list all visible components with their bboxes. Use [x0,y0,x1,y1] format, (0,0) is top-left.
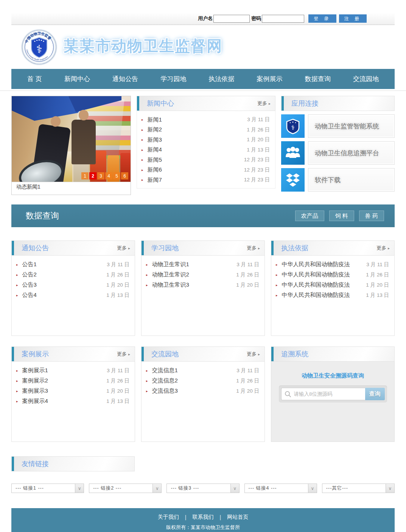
panel-row-2: 案例展示 更多▸ ▸案例展示13 月 11 日 ▸案例展示21 月 26 日 ▸… [11,346,395,442]
nav-item-data-query[interactable]: 数据查询 [305,75,331,83]
news-center-header: 新闻中心 更多▸ [137,96,275,111]
bullet-arrow-icon: ▸ [142,118,143,122]
friend-link-select-4[interactable]: --- 链接4 --- ∨ [244,484,317,493]
footer-home-link[interactable]: 网站首页 [227,514,248,521]
exchange-item[interactable]: ▸交流信息31 月 20 日 [142,386,264,396]
carousel-page-button[interactable]: 1 [81,172,89,179]
bullet-arrow-icon: ▸ [146,283,148,287]
nav-item-law[interactable]: 执法依据 [208,75,234,83]
law-more-link[interactable]: 更多▸ [376,245,390,251]
data-query-band: 数据查询 农产品 饲 料 兽 药 [11,204,395,227]
news-carousel[interactable]: 1 2 3 4 5 6 动态新闻1 [11,96,131,195]
login-button[interactable]: 登 录 [308,14,336,23]
study-panel: 学习园地 更多▸ ▸动物卫生常识13 月 11 日 ▸动物卫生常识21 月 26… [141,240,265,336]
case-item[interactable]: ▸案例展示31 月 20 日 [12,386,135,396]
news-item[interactable]: ▸新闻41 月 13 日 [137,145,275,155]
news-more-link[interactable]: 更多▸ [257,100,271,107]
friend-link-select-3[interactable]: --- 链接3 --- ∨ [166,484,239,493]
bullet-arrow-icon: ▸ [142,168,143,172]
news-item[interactable]: ▸新闻31 月 20 日 [137,135,275,145]
bullet-arrow-icon: ▸ [146,379,148,383]
trace-panel: 追溯系统 动物卫生安全溯源码查询 查询 [271,346,395,442]
feed-button[interactable]: 饲 料 [329,211,354,221]
trace-search-button[interactable]: 查询 [365,388,385,400]
trace-code-input[interactable] [294,391,362,397]
notice-item[interactable]: ▸公告13 月 11 日 [12,259,135,270]
register-button[interactable]: 注 册 [339,14,367,23]
news-item[interactable]: ▸新闻13 月 11 日 [137,115,275,125]
exchange-item[interactable]: ▸交流信息21 月 26 日 [142,376,264,386]
nav-item-news[interactable]: 新闻中心 [64,75,90,83]
download-box-icon [281,168,305,192]
friend-link-select-1[interactable]: --- 链接1 --- ∨ [11,484,84,493]
notice-item[interactable]: ▸公告41 月 13 日 [12,290,135,300]
case-item[interactable]: ▸案例展示13 月 11 日 [12,365,135,376]
law-item[interactable]: ▸中华人民共和国动物防疫法1 月 13 日 [271,290,394,300]
nav-item-exchange[interactable]: 交流园地 [353,75,379,83]
news-item[interactable]: ▸新闻21 月 26 日 [137,125,275,135]
law-item[interactable]: ▸中华人民共和国动物防疫法3 月 11 日 [271,259,394,270]
bullet-arrow-icon: ▸ [16,263,18,267]
news-item[interactable]: ▸新闻612 月 23 日 [137,165,275,175]
nav-item-home[interactable]: 首 页 [27,75,42,83]
app-link-label-box[interactable]: 动物卫生监管智能系统 [308,114,395,138]
nav-item-cases[interactable]: 案例展示 [257,75,283,83]
footer-contact-link[interactable]: 联系我们 [193,514,214,521]
app-links-header: 应用连接 [281,96,395,111]
notice-more-link[interactable]: 更多▸ [117,245,130,251]
username-input[interactable] [213,15,250,23]
friend-link-select-other[interactable]: ---其它--- ∨ [322,484,395,493]
news-list: ▸新闻13 月 11 日 ▸新闻21 月 26 日 ▸新闻31 月 20 日 ▸… [137,111,275,189]
site-header: 中国动物卫生监督 China Animal Health Inspection … [11,25,395,69]
notice-item[interactable]: ▸公告31 月 20 日 [12,280,135,290]
law-item[interactable]: ▸中华人民共和国动物防疫法1 月 20 日 [271,280,394,290]
news-item[interactable]: ▸新闻712 月 23 日 [137,175,275,185]
carousel-page-button[interactable]: 5 [113,172,120,179]
exchange-more-link[interactable]: 更多▸ [247,351,260,357]
carousel-page-button[interactable]: 4 [105,172,112,179]
nav-item-notice[interactable]: 通知公告 [112,75,138,83]
trace-title: 追溯系统 [281,349,308,359]
nav-item-study[interactable]: 学习园地 [160,75,186,83]
carousel-caption[interactable]: 动态新闻1 [12,182,131,191]
law-item[interactable]: ▸中华人民共和国动物防疫法1 月 26 日 [271,270,394,280]
carousel-page-button[interactable]: 3 [97,172,104,179]
study-item[interactable]: ▸动物卫生常识21 月 26 日 [142,270,264,280]
chevron-down-icon: ∨ [152,484,161,493]
copyright-text: 版权所有：某某市动物卫生监督所 [166,524,240,531]
notice-item[interactable]: ▸公告21 月 26 日 [12,270,135,280]
password-input[interactable] [262,15,304,23]
footer-about-link[interactable]: 关于我们 [158,514,179,521]
exchange-item[interactable]: ▸交流信息13 月 11 日 [142,365,264,376]
carousel-page-button-active[interactable]: 2 [89,172,96,179]
trace-heading-link[interactable]: 动物卫生安全溯源码查询 [271,362,394,379]
app-link-label-box[interactable]: 动物卫生信息追溯平台 [308,141,395,165]
app-link-smart-system[interactable]: ⚕ 动物卫生监管智能系统 [281,114,395,138]
trace-search-field[interactable] [281,388,365,400]
friend-links-header: 友情链接 [11,456,135,471]
svg-text:⚕: ⚕ [291,124,294,131]
more-arrow-icon: ▸ [128,352,130,356]
chevron-down-icon: ∨ [230,484,239,493]
notice-title: 通知公告 [22,243,49,253]
shield-badge-icon: ⚕ [281,114,305,138]
cases-more-link[interactable]: 更多▸ [117,351,130,357]
data-query-title: 数据查询 [26,210,290,222]
case-item[interactable]: ▸案例展示41 月 13 日 [12,396,135,406]
bullet-arrow-icon: ▸ [142,128,143,132]
veterinary-drug-button[interactable]: 兽 药 [359,211,384,221]
news-item[interactable]: ▸新闻512 月 23 日 [137,155,275,165]
friend-link-select-2[interactable]: --- 链接2 --- ∨ [89,484,162,493]
carousel-page-button[interactable]: 6 [121,172,128,179]
case-item[interactable]: ▸案例展示21 月 26 日 [12,376,135,386]
photo-person-shape [72,120,96,164]
study-item[interactable]: ▸动物卫生常识13 月 11 日 [142,259,264,270]
carousel-pagination: 1 2 3 4 5 6 [81,172,128,179]
study-item[interactable]: ▸动物卫生常识31 月 20 日 [142,280,264,290]
study-more-link[interactable]: 更多▸ [247,245,260,251]
app-link-label-box[interactable]: 软件下载 [308,168,395,192]
carousel-photo[interactable]: 1 2 3 4 5 6 [12,96,131,182]
app-link-trace-platform[interactable]: 动物卫生信息追溯平台 [281,141,395,165]
agri-product-button[interactable]: 农产品 [295,211,324,221]
app-link-software-download[interactable]: 软件下载 [281,168,395,192]
